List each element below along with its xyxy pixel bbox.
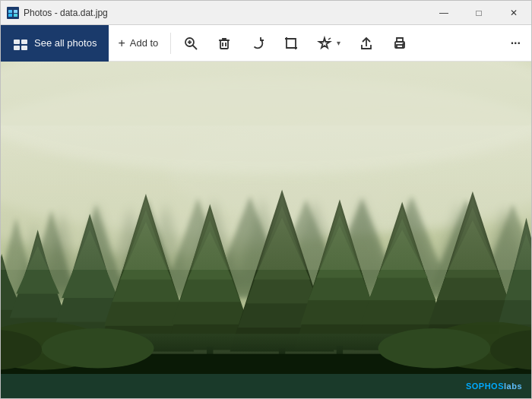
svg-rect-6 xyxy=(21,40,27,44)
enhance-button[interactable]: ▾ xyxy=(308,25,350,62)
sophos-logo-text: SOPHOS xyxy=(466,382,504,391)
print-icon xyxy=(392,36,407,51)
svg-rect-4 xyxy=(14,14,17,17)
more-button[interactable]: ··· xyxy=(500,25,531,62)
see-all-photos-button[interactable]: See all photos xyxy=(1,25,109,62)
image-area xyxy=(1,62,531,374)
share-button[interactable] xyxy=(350,25,383,62)
svg-point-20 xyxy=(404,43,405,45)
svg-rect-3 xyxy=(8,14,12,17)
delete-button[interactable] xyxy=(207,25,241,62)
svg-rect-0 xyxy=(7,7,19,19)
sophos-logo-suffix: labs xyxy=(504,382,522,391)
svg-line-16 xyxy=(328,38,331,40)
enhance-icon xyxy=(317,36,332,51)
add-to-label: Add to xyxy=(130,37,159,49)
toolbar-divider-1 xyxy=(170,33,171,54)
window-title: Photos - data.dat.jpg xyxy=(24,8,108,18)
title-bar-left: Photos - data.dat.jpg xyxy=(7,7,108,19)
chevron-down-icon: ▾ xyxy=(337,39,340,47)
window: Photos - data.dat.jpg — □ ✕ See all phot… xyxy=(0,0,532,399)
see-all-photos-label: See all photos xyxy=(34,37,97,49)
forest-image xyxy=(1,62,531,374)
svg-rect-8 xyxy=(21,46,27,50)
svg-rect-7 xyxy=(14,46,20,50)
rotate-icon xyxy=(250,36,265,51)
zoom-button[interactable] xyxy=(174,25,207,62)
add-to-button[interactable]: + Add to xyxy=(109,25,167,62)
more-icon: ··· xyxy=(511,36,521,50)
toolbar: See all photos + Add to xyxy=(1,25,531,62)
app-icon xyxy=(7,7,19,19)
title-bar: Photos - data.dat.jpg — □ ✕ xyxy=(1,1,531,25)
close-button[interactable]: ✕ xyxy=(496,1,531,25)
maximize-button[interactable]: □ xyxy=(461,1,496,25)
title-controls: — □ ✕ xyxy=(426,1,531,25)
svg-rect-5 xyxy=(14,40,20,44)
zoom-icon xyxy=(183,36,198,51)
rotate-button[interactable] xyxy=(241,25,274,62)
svg-rect-1 xyxy=(8,10,12,13)
svg-point-96 xyxy=(1,62,531,174)
svg-line-10 xyxy=(193,45,198,49)
svg-rect-19 xyxy=(397,45,403,48)
minimize-button[interactable]: — xyxy=(426,1,461,25)
status-bar: SOPHOSlabs xyxy=(1,374,531,398)
svg-rect-2 xyxy=(14,10,17,13)
delete-icon xyxy=(217,36,232,51)
svg-point-102 xyxy=(378,328,491,369)
photos-icon xyxy=(13,36,28,51)
crop-icon xyxy=(283,36,299,51)
share-icon xyxy=(359,36,374,51)
sophos-logo: SOPHOSlabs xyxy=(466,382,522,391)
add-icon: + xyxy=(118,36,125,50)
svg-rect-13 xyxy=(220,40,228,49)
print-button[interactable] xyxy=(383,25,416,62)
svg-point-99 xyxy=(42,328,154,369)
crop-button[interactable] xyxy=(274,25,308,62)
